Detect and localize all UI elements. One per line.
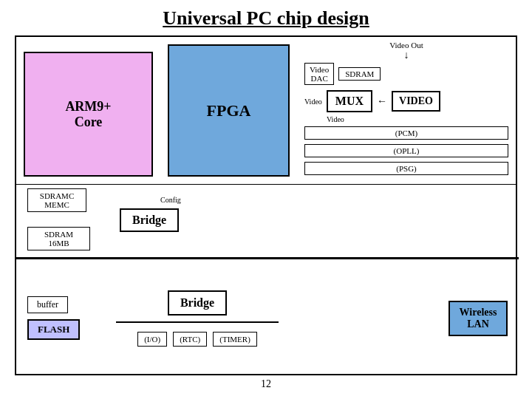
bridge-bottom-label: Bridge (180, 296, 214, 309)
mux-box: MUX (327, 90, 372, 112)
bridge-top-box: Bridge (120, 208, 179, 232)
video-main-box: VIDEO (392, 91, 440, 112)
video-label-2-area: Video (327, 115, 508, 123)
psg-label: (PSG) (396, 164, 417, 173)
video-out-arrow-icon: ↓ (404, 50, 409, 61)
mux-label: MUX (335, 95, 364, 107)
wireless-label: WirelessLAN (460, 307, 497, 330)
bottom-left-group: buffer FLASH (27, 296, 109, 340)
wireless-area: WirelessLAN (449, 301, 508, 336)
page-title: Universal PC chip design (7, 7, 525, 30)
psg-box: (PSG) (304, 162, 508, 175)
sdram-box: SDRAM (338, 67, 381, 81)
bridge-bottom-box: Bridge (168, 290, 227, 316)
io-box: (I/O) (137, 332, 167, 347)
arm-core-label: ARM9+Core (65, 99, 111, 130)
video-dac-box: VideoDAC (304, 63, 334, 85)
io-line (116, 321, 279, 323)
wireless-box: WirelessLAN (449, 301, 508, 336)
config-label: Config (160, 196, 181, 204)
bridge-bottom-group: Bridge (I/O) (RTC) (TIMER) (116, 290, 279, 347)
pcm-opll-psg-group: (PCM) (OPLL) (PSG) (304, 126, 508, 175)
flash-box: FLASH (27, 319, 80, 340)
pcm-label: (PCM) (395, 129, 418, 137)
sdramc-memc-label: SDRAMCMEMC (40, 191, 74, 209)
page: Universal PC chip design ARM9+Core FPGA … (0, 0, 532, 399)
rtc-box: (RTC) (173, 332, 207, 347)
video-out-label: Video Out (389, 41, 423, 50)
sdramc-memc-box: SDRAMCMEMC (27, 188, 86, 212)
bridge-top-label: Bridge (132, 214, 166, 226)
video-out-area: Video Out ↓ (304, 41, 508, 61)
arrow-to-video-icon: ← (377, 95, 387, 107)
main-diagram: ARM9+Core FPGA Video Out ↓ VideoDAC SDRA… (15, 35, 517, 375)
io-label: (I/O) (144, 335, 160, 344)
sdram16mb-box: SDRAM 16MB (27, 227, 90, 250)
rtc-label: (RTC) (180, 335, 200, 344)
video-label-1: Video (304, 98, 322, 106)
fpga-label: FPGA (207, 101, 251, 120)
top-area: ARM9+Core FPGA Video Out ↓ VideoDAC SDRA… (16, 37, 516, 185)
opll-label: (OPLL) (394, 146, 420, 155)
opll-box: (OPLL) (304, 144, 508, 157)
fpga-box: FPGA (168, 44, 290, 177)
mux-row: Video MUX ← VIDEO (304, 90, 508, 112)
timer-box: (TIMER) (213, 332, 257, 347)
video-main-label: VIDEO (399, 95, 433, 106)
video-dac-row: VideoDAC SDRAM (304, 63, 508, 85)
right-components: Video Out ↓ VideoDAC SDRAM Video MUX (297, 37, 516, 184)
video-dac-label: VideoDAC (310, 65, 329, 83)
bottom-area: buffer FLASH Bridge (I/O) (RTC) (16, 259, 519, 377)
flash-label: FLASH (38, 324, 69, 335)
timer-label: (TIMER) (219, 335, 250, 344)
buffer-box: buffer (27, 296, 68, 313)
sdram-label: SDRAM (345, 69, 374, 78)
buffer-label: buffer (37, 299, 58, 310)
sdram16mb-label: SDRAM 16MB (44, 230, 73, 248)
arm-core-box: ARM9+Core (24, 52, 153, 177)
page-number: 12 (7, 378, 525, 390)
mid-left-area: SDRAMCMEMC SDRAM 16MB Bridge (24, 185, 171, 254)
io-boxes: (I/O) (RTC) (TIMER) (137, 332, 257, 347)
pcm-box: (PCM) (304, 126, 508, 140)
